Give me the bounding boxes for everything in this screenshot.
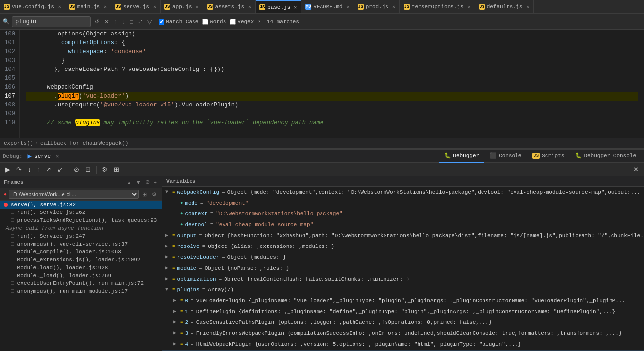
tab-close-icon[interactable]: ✕ <box>104 4 107 10</box>
expand-icon[interactable]: ▶ <box>173 340 179 349</box>
expand-icon[interactable]: ▶ <box>165 242 171 251</box>
var-module[interactable]: ▶ ≡ module = Object {noParse: ,rules: } <box>162 263 644 274</box>
frames-up-button[interactable]: ▲ <box>125 178 133 186</box>
expand-icon[interactable]: ▼ <box>165 188 171 197</box>
regex-checkbox[interactable] <box>230 19 236 25</box>
var-optimization[interactable]: ▶ ≡ optimization = Object {realContentHa… <box>162 274 644 284</box>
tab-base[interactable]: JS base.js ✕ <box>256 0 301 14</box>
search-up-button[interactable]: ↑ <box>112 17 119 26</box>
match-case-option[interactable]: Match Case <box>159 19 198 25</box>
frame-item-module-ext[interactable]: □ Module_extensions.js(), loader.js:1092 <box>0 256 162 264</box>
var-resolve[interactable]: ▶ ≡ resolve = Object {alias: ,extensions… <box>162 241 644 252</box>
expand-icon[interactable]: ▶ <box>173 318 179 327</box>
tab-debugger[interactable]: 🐛 Debugger <box>439 150 484 163</box>
tab-close-icon[interactable]: ✕ <box>526 4 529 10</box>
var-plugin-3[interactable]: ▶ ≡ 3 = FriendlyErrorsWebpackPlugin {com… <box>162 328 644 339</box>
var-devtool[interactable]: ● devtool = "eval-cheap-module-source-ma… <box>162 219 644 230</box>
tab-app[interactable]: JS app.js ✕ <box>161 0 203 14</box>
frame-item-run-262[interactable]: □ run(), Service.js:262 <box>0 209 162 216</box>
tab-close-icon[interactable]: ✕ <box>248 4 251 10</box>
search-close-button[interactable]: ✕ <box>102 17 111 26</box>
words-option[interactable]: Words <box>202 19 226 25</box>
expand-icon[interactable]: ▶ <box>165 253 171 262</box>
tab-close-icon[interactable]: ✕ <box>347 4 350 10</box>
search-input[interactable] <box>15 18 64 25</box>
frame-item-anon-runmain[interactable]: □ anonymous(), run_main_module.js:17 <box>0 287 162 295</box>
step-over-button[interactable]: ↷ <box>14 164 24 175</box>
search-filter-button[interactable]: ▽ <box>145 17 154 26</box>
tab-close-icon[interactable]: ✕ <box>58 4 61 10</box>
frame-item-module-compile[interactable]: □ Module_compile(), loader.js:1063 <box>0 248 162 256</box>
match-case-checkbox[interactable] <box>159 19 164 25</box>
tab-scripts[interactable]: JS Scripts <box>527 150 569 163</box>
expand-icon[interactable]: ▼ <box>165 285 171 294</box>
step-into-button[interactable]: ↓ <box>25 164 33 175</box>
tab-close-icon[interactable]: ✕ <box>392 4 395 10</box>
var-output[interactable]: ▶ ≡ output = Object {hashFunction: "xxha… <box>162 230 644 241</box>
var-plugin-2[interactable]: ▶ ≡ 2 = CaseSensitivePathsPlugin {option… <box>162 317 644 328</box>
step-out-button[interactable]: ↑ <box>34 164 43 175</box>
resume-button[interactable]: ▶ <box>3 164 13 175</box>
tab-vue-config[interactable]: JS vue.config.js ✕ <box>0 0 65 14</box>
frame-item-run-247[interactable]: □ run(), Service.js:247 <box>0 232 162 240</box>
tab-serve[interactable]: JS serve.js ✕ <box>111 0 161 14</box>
tab-assets[interactable]: JS assets.js ✕ <box>203 0 256 14</box>
var-plugin-0[interactable]: ▶ ≡ 0 = VueLoaderPlugin {_pluginName: "v… <box>162 295 644 306</box>
var-resolve-loader[interactable]: ▶ ≡ resolveLoader = Object {modules: } <box>162 252 644 263</box>
tab-debugger-console[interactable]: 🐛 Debugger Console <box>570 150 641 163</box>
frame-item-processticks[interactable]: □ processTicksAndRejections(), task_queu… <box>0 216 162 224</box>
evaluate-button[interactable]: ↙ <box>55 164 65 175</box>
expand-icon[interactable]: ▶ <box>165 231 171 240</box>
frame-item-module-load[interactable]: □ Module.load(), loader.js:928 <box>0 264 162 272</box>
tab-defaults[interactable]: JS defaults.js ✕ <box>475 0 534 14</box>
var-webpack-config[interactable]: ▼ ≡ webpackConfig = Object {mode: "devel… <box>162 187 644 198</box>
expand-icon[interactable]: ▶ <box>173 296 179 305</box>
tab-main[interactable]: JS main.js ✕ <box>65 0 111 14</box>
frames-down-button[interactable]: ▼ <box>134 178 143 186</box>
tab-readme[interactable]: MD README.md ✕ <box>301 0 354 14</box>
tab-console[interactable]: ⬛ Console <box>485 150 526 163</box>
frame-item-module-underload[interactable]: □ Module._load(), loader.js:769 <box>0 272 162 280</box>
table-view-button[interactable]: ⊞ <box>111 164 122 175</box>
mute-breakpoints-button[interactable]: ⊘ <box>71 164 82 175</box>
frame-item-serve[interactable]: serve(), serve.js:82 <box>0 201 162 209</box>
var-context[interactable]: ● context = "D:\WebstormWorkStations\hel… <box>162 209 644 219</box>
var-plugin-1[interactable]: ▶ ≡ 1 = DefinePlugin {definitions: ,_plu… <box>162 306 644 317</box>
thread-copy-button[interactable]: ⊞ <box>141 191 148 198</box>
tab-close-icon[interactable]: ✕ <box>294 4 297 10</box>
tab-terser[interactable]: JS terserOptions.js ✕ <box>400 0 475 14</box>
frame-item-anon-vuecli[interactable]: □ anonymous(), vue-cli-service.js:37 <box>0 240 162 248</box>
frames-add-button[interactable]: + <box>152 178 158 186</box>
search-prev-button[interactable]: ↺ <box>93 17 101 26</box>
search-down-button[interactable]: ↓ <box>120 17 127 26</box>
code-lines[interactable]: .options(Object.assign( compilerOptions:… <box>20 30 644 138</box>
frames-filter-button[interactable]: ⊘ <box>144 178 151 186</box>
debug-session-label[interactable]: serve <box>34 153 51 159</box>
frame-item-execute[interactable]: □ executeUserEntryPoint(), run_main.js:7… <box>0 280 162 287</box>
words-checkbox[interactable] <box>202 19 208 25</box>
thread-settings-button[interactable]: ⚙ <box>150 191 158 198</box>
expand-icon[interactable]: ▶ <box>165 264 171 273</box>
search-wrap-button[interactable]: ⇌ <box>136 17 144 26</box>
close-debug-button[interactable]: ✕ <box>631 164 641 175</box>
debug-session-close[interactable]: ✕ <box>56 153 59 159</box>
tab-label: terserOptions.js <box>412 4 464 10</box>
tab-close-icon[interactable]: ✕ <box>153 4 156 10</box>
var-plugin-4[interactable]: ▶ ≡ 4 = HtmlWebpackPlugin {userOptions: … <box>162 339 644 350</box>
settings-button[interactable]: ⚙ <box>99 164 110 175</box>
help-button[interactable]: ? <box>258 19 261 25</box>
expand-icon[interactable]: ▶ <box>173 307 179 316</box>
view-breakpoints-button[interactable]: ⊡ <box>83 164 93 175</box>
tab-close-icon[interactable]: ✕ <box>468 4 471 10</box>
tab-close-icon[interactable]: ✕ <box>196 4 199 10</box>
expand-icon[interactable]: ▶ <box>165 275 171 283</box>
var-mode[interactable]: ● mode = "development" <box>162 198 644 209</box>
search-expand-button[interactable]: □ <box>128 17 135 26</box>
thread-selector[interactable]: D:\WebstormWork...e-cli... <box>9 190 139 199</box>
expand-icon[interactable]: ▶ <box>173 329 179 338</box>
regex-option[interactable]: Regex <box>230 19 254 25</box>
var-plugins[interactable]: ▼ ≡ plugins = Array(7) <box>162 284 644 295</box>
run-to-cursor-button[interactable]: ↗ <box>43 164 54 175</box>
tab-prod[interactable]: JS prod.js ✕ <box>354 0 400 14</box>
variables-list[interactable]: ▼ ≡ webpackConfig = Object {mode: "devel… <box>162 187 644 351</box>
